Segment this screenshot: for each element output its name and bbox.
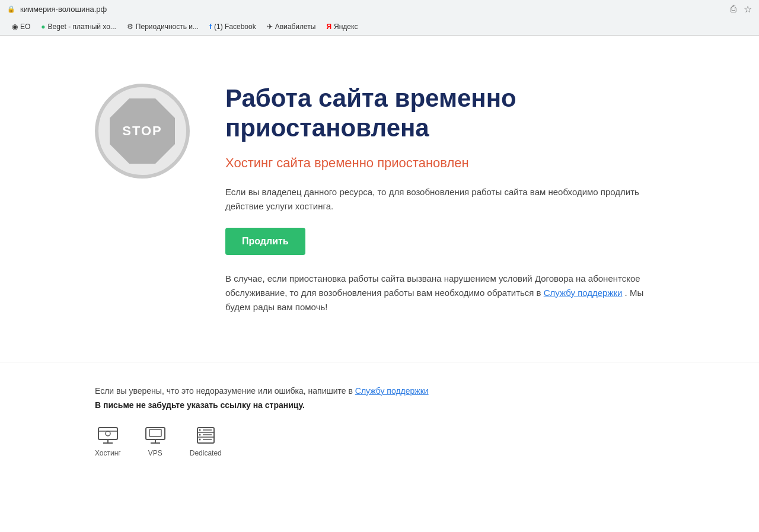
lock-icon: 🔒 [7, 5, 15, 13]
footer-note-text: Если вы уверены, что это недоразумение и… [95, 386, 353, 396]
bookmark-icon[interactable]: ☆ [744, 4, 752, 15]
footer-bold: В письме не забудьте указать ссылку на с… [95, 400, 664, 410]
page-content: STOP Работа сайта временно приостановлен… [0, 36, 759, 523]
hosting-icon [97, 426, 119, 444]
bookmark-label-periodicity: Периодичность и... [136, 23, 199, 31]
bookmark-periodicity[interactable]: ⚙ Периодичность и... [122, 21, 203, 33]
bookmark-facebook[interactable]: f (1) Facebook [205, 21, 261, 33]
svg-rect-8 [149, 429, 161, 437]
favicon-eo: ◉ [12, 23, 18, 31]
support-link-main[interactable]: Службу поддержки [544, 288, 623, 298]
bookmark-label-beget: Beget - платный хо... [48, 23, 116, 31]
vps-label: VPS [148, 449, 162, 457]
support-link-footer[interactable]: Службу поддержки [355, 386, 429, 396]
stop-sign-wrapper: STOP [95, 84, 190, 179]
dedicated-icon [195, 426, 216, 444]
title-line1: Работа сайта временно [225, 84, 516, 112]
bookmark-label-eo: ЕО [20, 23, 30, 31]
service-dedicated[interactable]: Dedicated [190, 426, 222, 457]
bookmark-label-facebook: (1) Facebook [214, 23, 256, 31]
stop-label: STOP [122, 123, 162, 139]
footer-note: Если вы уверены, что это недоразумение и… [95, 386, 664, 396]
svg-point-13 [199, 434, 200, 435]
favicon-yandex: Я [326, 23, 331, 31]
main-section: STOP Работа сайта временно приостановлен… [0, 36, 759, 350]
share-icon[interactable]: ⎙ [731, 4, 736, 15]
vps-icon [145, 426, 166, 444]
stop-sign-outer: STOP [95, 84, 190, 179]
extend-button[interactable]: Продлить [225, 228, 305, 255]
bookmark-avia[interactable]: ✈ Авиабилеты [262, 21, 321, 33]
main-title: Работа сайта временно приостановлена [225, 84, 664, 144]
bookmark-label-yandex: Яндекс [334, 23, 358, 31]
subtitle: Хостинг сайта временно приостановлен [225, 155, 664, 171]
bookmark-beget[interactable]: ● Beget - платный хо... [36, 21, 121, 33]
url-bar[interactable]: киммерия-волошина.рф [20, 5, 107, 14]
title-bar: 🔒 киммерия-волошина.рф ⎙ ☆ [0, 0, 759, 18]
svg-rect-0 [98, 428, 117, 439]
bookmark-eo[interactable]: ◉ ЕО [7, 21, 35, 33]
favicon-beget: ● [41, 23, 45, 31]
footer-section: Если вы уверены, что это недоразумение и… [0, 362, 759, 475]
service-vps[interactable]: VPS [145, 426, 166, 457]
note-text: В случае, если приостановка работы сайта… [225, 272, 664, 314]
bookmarks-bar: ◉ ЕО ● Beget - платный хо... ⚙ Периодичн… [0, 18, 759, 36]
title-line2: приостановлена [225, 114, 429, 142]
bookmark-yandex[interactable]: Я Яндекс [321, 21, 362, 33]
title-bar-actions: ⎙ ☆ [731, 4, 752, 15]
favicon-periodicity: ⚙ [127, 23, 133, 31]
description: Если вы владелец данного ресурса, то для… [225, 185, 664, 214]
favicon-avia: ✈ [267, 23, 273, 31]
svg-point-12 [199, 429, 200, 431]
favicon-facebook: f [209, 23, 212, 31]
dedicated-label: Dedicated [190, 449, 222, 457]
svg-point-14 [199, 438, 200, 440]
services-row: Хостинг VPS [95, 426, 664, 457]
service-hosting[interactable]: Хостинг [95, 426, 121, 457]
stop-sign-inner: STOP [110, 98, 175, 164]
bookmark-label-avia: Авиабилеты [275, 23, 316, 31]
content-area: Работа сайта временно приостановлена Хос… [225, 84, 664, 314]
browser-chrome: 🔒 киммерия-волошина.рф ⎙ ☆ ◉ ЕО ● Beget … [0, 0, 759, 36]
svg-point-3 [106, 431, 110, 436]
hosting-label: Хостинг [95, 449, 121, 457]
